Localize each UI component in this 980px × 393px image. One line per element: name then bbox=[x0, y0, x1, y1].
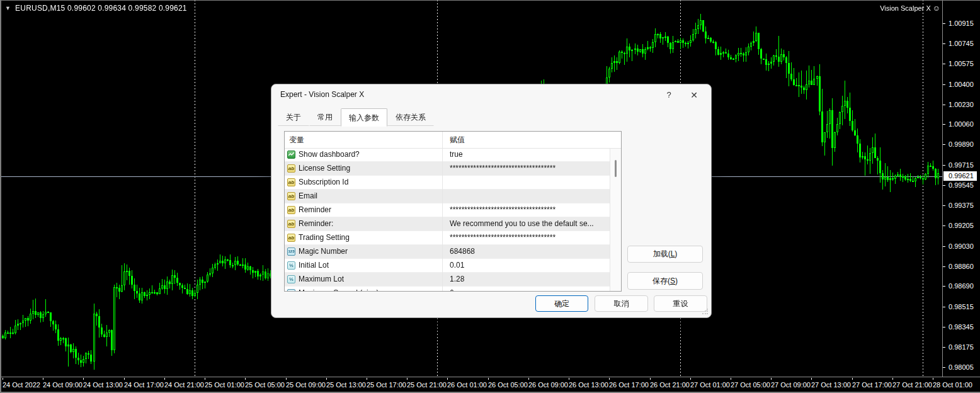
time-tick-label: 24 Oct 2022 bbox=[3, 381, 40, 389]
reset-button[interactable]: 重设 bbox=[654, 295, 707, 312]
price-tick-label: 0.99890 bbox=[949, 140, 974, 148]
price-tick-label: 1.00230 bbox=[949, 101, 974, 108]
dialog-title: Expert - Vision Scalper X bbox=[280, 90, 364, 99]
price-tick-mark bbox=[943, 43, 945, 44]
price-tick-mark bbox=[943, 367, 945, 368]
price-tick-label: 0.99715 bbox=[949, 161, 974, 169]
param-row[interactable]: ½Initial Lot0.01 bbox=[285, 259, 610, 273]
symbol-ohlc-bar: ▼ EURUSD,M15 0.99602 0.99634 0.99582 0.9… bbox=[5, 4, 187, 13]
column-divider bbox=[442, 132, 443, 291]
price-tick-label: 1.00400 bbox=[949, 81, 974, 88]
ea-name-label: Vision Scalper X bbox=[880, 4, 931, 12]
time-tick-label: 26 Oct 17:00 bbox=[609, 381, 649, 389]
chart-dropdown-icon[interactable]: ▼ bbox=[5, 6, 11, 11]
ok-button[interactable]: 确定 bbox=[535, 295, 588, 312]
param-value[interactable]: We recommend you to use the default se..… bbox=[442, 217, 610, 231]
time-tick-mark bbox=[245, 378, 246, 380]
time-tick-mark bbox=[447, 378, 448, 380]
price-tick-mark bbox=[943, 165, 945, 166]
param-name: Reminder: bbox=[299, 217, 333, 231]
price-tick-label: 0.98860 bbox=[949, 263, 974, 270]
price-tick-mark bbox=[943, 347, 945, 348]
price-axis[interactable]: 0.99621 1.009151.007451.005751.004001.00… bbox=[943, 0, 980, 377]
param-row[interactable]: abReminder******************************… bbox=[285, 203, 610, 217]
time-tick-mark bbox=[609, 378, 610, 380]
param-name: Magic Number bbox=[299, 245, 348, 258]
time-tick-mark bbox=[286, 378, 287, 380]
price-tick-mark bbox=[943, 84, 945, 85]
price-tick-label: 0.98690 bbox=[949, 282, 974, 290]
price-tick-label: 0.99375 bbox=[949, 202, 974, 209]
time-tick-mark bbox=[811, 378, 812, 380]
param-value[interactable]: 1.28 bbox=[442, 273, 610, 286]
ea-smiley-icon[interactable]: ☺ bbox=[933, 4, 940, 12]
param-value[interactable] bbox=[442, 176, 610, 189]
tab-common[interactable]: 常用 bbox=[309, 110, 341, 126]
param-row[interactable]: 123Maximum Spread (pips)6 bbox=[285, 287, 610, 291]
param-type-icon-string: ab bbox=[287, 164, 295, 173]
dialog-titlebar[interactable]: Expert - Vision Scalper X ? ✕ bbox=[271, 84, 711, 106]
price-tick-mark bbox=[943, 23, 945, 24]
param-row[interactable]: abEmail bbox=[285, 190, 610, 203]
time-tick-mark bbox=[488, 378, 489, 380]
param-value[interactable]: ************************************ bbox=[442, 203, 610, 217]
time-tick-mark bbox=[367, 378, 367, 380]
price-tick-mark bbox=[943, 307, 945, 307]
tab-about[interactable]: 关于 bbox=[278, 110, 309, 126]
time-tick-label: 27 Oct 09:00 bbox=[771, 381, 811, 389]
param-value[interactable]: 0.01 bbox=[442, 259, 610, 272]
time-tick-label: 25 Oct 13:00 bbox=[326, 381, 366, 389]
param-type-icon-double: ½ bbox=[287, 275, 295, 283]
price-tick-label: 0.98175 bbox=[949, 343, 974, 351]
price-tick-label: 1.00060 bbox=[949, 120, 974, 128]
close-icon[interactable]: ✕ bbox=[685, 88, 704, 102]
price-tick-mark bbox=[943, 286, 945, 287]
param-type-icon-bool bbox=[287, 151, 295, 159]
param-row[interactable]: ½Maximum Lot1.28 bbox=[285, 273, 610, 287]
load-button[interactable]: 加载(L) bbox=[627, 246, 703, 263]
time-tick-label: 26 Oct 13:00 bbox=[569, 381, 608, 389]
param-type-icon-string: ab bbox=[287, 192, 295, 200]
price-tick-mark bbox=[943, 124, 945, 125]
dialog-resize-grip[interactable] bbox=[702, 309, 708, 315]
param-type-icon-int: 123 bbox=[287, 248, 295, 256]
time-tick-mark bbox=[43, 378, 43, 380]
price-tick-label: 0.98345 bbox=[949, 323, 974, 331]
param-row[interactable]: abReminder:We recommend you to use the d… bbox=[285, 217, 610, 231]
param-row[interactable]: 123Magic Number684868 bbox=[285, 245, 610, 259]
ea-brand-overlay: Vision Scalper X ☺ bbox=[880, 4, 940, 12]
cancel-button[interactable]: 取消 bbox=[595, 295, 648, 312]
time-axis[interactable]: 24 Oct 202224 Oct 09:0024 Oct 13:0024 Oc… bbox=[0, 378, 980, 391]
tab-dependencies[interactable]: 依存关系 bbox=[387, 110, 434, 126]
param-value[interactable]: true bbox=[442, 148, 610, 161]
price-tick-mark bbox=[943, 144, 945, 145]
time-tick-mark bbox=[528, 378, 529, 380]
dialog-tab-strip: 关于常用输入参数依存关系 bbox=[278, 110, 434, 126]
tab-inputs[interactable]: 输入参数 bbox=[341, 108, 387, 127]
time-tick-label: 25 Oct 05:00 bbox=[245, 381, 285, 389]
column-header-variable: 变量 bbox=[289, 132, 304, 148]
param-row[interactable]: Show dashboard?true bbox=[285, 148, 610, 162]
time-tick-label: 24 Oct 13:00 bbox=[83, 381, 123, 389]
param-value[interactable]: ************************************ bbox=[442, 231, 610, 244]
price-tick-label: 0.99205 bbox=[949, 222, 974, 229]
param-type-icon-string: ab bbox=[287, 234, 295, 242]
param-value[interactable]: 6 bbox=[442, 287, 610, 291]
help-button[interactable]: ? bbox=[659, 88, 678, 102]
price-tick-mark bbox=[943, 225, 945, 226]
save-button[interactable]: 保存(S) bbox=[627, 272, 703, 290]
param-value[interactable] bbox=[442, 190, 610, 203]
param-row[interactable]: abSubscription Id bbox=[285, 176, 610, 190]
param-row[interactable]: abLicense Setting***********************… bbox=[285, 162, 610, 176]
param-type-icon-double: ½ bbox=[287, 261, 295, 270]
price-tick-label: 0.99545 bbox=[949, 181, 974, 189]
scrollbar-thumb[interactable] bbox=[615, 160, 617, 177]
table-scrollbar[interactable] bbox=[610, 148, 621, 291]
time-tick-label: 26 Oct 05:00 bbox=[488, 381, 528, 389]
price-tick-mark bbox=[943, 185, 945, 186]
time-tick-label: 24 Oct 21:00 bbox=[164, 381, 204, 389]
price-tick-label: 1.00915 bbox=[949, 20, 974, 27]
param-row[interactable]: abTrading Setting***********************… bbox=[285, 231, 610, 245]
param-value[interactable]: ************************************ bbox=[442, 162, 610, 175]
param-value[interactable]: 684868 bbox=[442, 245, 610, 258]
